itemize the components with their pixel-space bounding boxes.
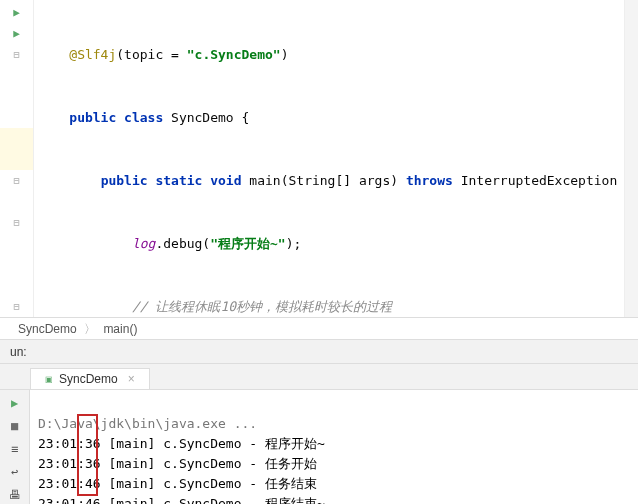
breadcrumb-method[interactable]: main(): [103, 322, 137, 336]
comment: // 让线程休眠10秒钟，模拟耗时较长的过程: [132, 299, 392, 314]
layout-button[interactable]: ≡: [5, 440, 25, 457]
vertical-scrollbar[interactable]: [624, 0, 638, 317]
fold-icon[interactable]: ⊟: [13, 49, 19, 60]
annotation: @Slf4j: [69, 47, 116, 62]
console-toolbar: ▶ ■ ≡ ↩ 🖶: [0, 390, 30, 504]
run-main-icon[interactable]: ▶: [13, 27, 20, 40]
print-button[interactable]: 🖶: [5, 487, 25, 504]
console-wrap: ▶ ■ ≡ ↩ 🖶 D:\Java\jdk\bin\java.exe ... 2…: [0, 390, 638, 504]
run-label: un:: [6, 345, 27, 359]
tab-label: SyncDemo: [59, 372, 118, 386]
run-tab[interactable]: ▣ SyncDemo ×: [30, 368, 150, 389]
breadcrumb-separator: 〉: [84, 322, 96, 336]
stop-button[interactable]: ■: [5, 417, 25, 434]
console-line: 23:01:46 [main] c.SyncDemo - 程序结束~: [38, 496, 325, 504]
fold-close-icon[interactable]: ⊟: [13, 301, 19, 312]
fold-close-icon[interactable]: ⊟: [13, 175, 19, 186]
console-line: 23:01:46 [main] c.SyncDemo - 任务结束: [38, 476, 317, 491]
run-tab-bar: ▣ SyncDemo ×: [0, 364, 638, 390]
tab-close-icon[interactable]: ×: [128, 372, 135, 386]
console-line: 23:01:36 [main] c.SyncDemo - 程序开始~: [38, 436, 325, 451]
code-pane[interactable]: @Slf4j(topic = "c.SyncDemo") public clas…: [34, 0, 624, 317]
gutter: ▶ ▶ ⊟ ⊟ ⊟ ⊟ ⊟: [0, 0, 34, 317]
breadcrumb[interactable]: SyncDemo 〉 main(): [0, 318, 638, 340]
tab-run-icon: ▣: [45, 375, 53, 384]
rerun-button[interactable]: ▶: [5, 394, 25, 411]
fold-icon[interactable]: ⊟: [13, 217, 19, 228]
editor-area: ▶ ▶ ⊟ ⊟ ⊟ ⊟ ⊟ @Slf4j(topic = "c.SyncDemo…: [0, 0, 638, 318]
soft-wrap-button[interactable]: ↩: [5, 464, 25, 481]
run-class-icon[interactable]: ▶: [13, 6, 20, 19]
console-command: D:\Java\jdk\bin\java.exe ...: [38, 416, 257, 431]
console-line: 23:01:36 [main] c.SyncDemo - 任务开始: [38, 456, 317, 471]
run-tool-window-header: un:: [0, 340, 638, 364]
breadcrumb-class[interactable]: SyncDemo: [18, 322, 77, 336]
console-output[interactable]: D:\Java\jdk\bin\java.exe ... 23:01:36 [m…: [30, 390, 638, 504]
